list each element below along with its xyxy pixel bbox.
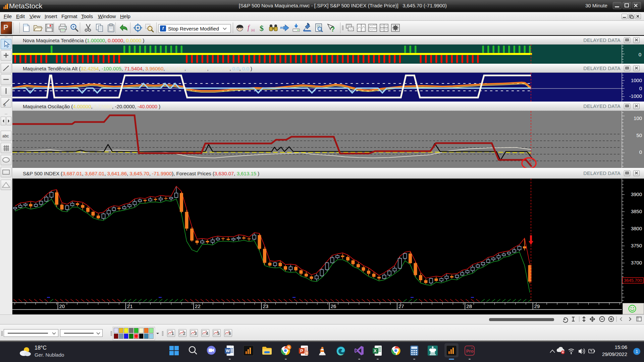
svg-text:22: 22 <box>195 303 201 309</box>
svg-text:f: f <box>248 24 250 32</box>
svg-text:50: 50 <box>636 132 642 138</box>
svg-text:abc: abc <box>2 134 9 138</box>
svg-text:28: 28 <box>466 303 472 309</box>
svg-text:27: 27 <box>398 303 404 309</box>
svg-text:6: 6 <box>229 331 231 336</box>
svg-text:29: 29 <box>534 303 540 309</box>
svg-text:5: 5 <box>217 331 220 336</box>
svg-text:Pro: Pro <box>466 349 474 354</box>
svg-text:3900: 3900 <box>631 191 642 197</box>
svg-text:26: 26 <box>331 303 336 309</box>
svg-text:21: 21 <box>127 303 133 309</box>
svg-text:20: 20 <box>59 303 65 309</box>
svg-text:3700: 3700 <box>631 260 642 265</box>
svg-text:3850: 3850 <box>631 208 642 214</box>
svg-text:(x): (x) <box>251 28 255 32</box>
svg-text:3750: 3750 <box>631 243 642 248</box>
svg-text:?: ? <box>331 25 335 33</box>
svg-text:$: $ <box>260 24 264 33</box>
svg-text:100: 100 <box>634 115 642 121</box>
svg-text:X: X <box>374 348 377 353</box>
svg-text:0: 0 <box>639 149 642 155</box>
svg-text:1000: 1000 <box>631 77 642 83</box>
svg-text:N: N <box>288 346 290 349</box>
svg-text:W: W <box>226 348 230 353</box>
svg-text:S: S <box>3 103 6 107</box>
svg-text:3800: 3800 <box>631 226 642 231</box>
svg-text:0: 0 <box>639 52 641 57</box>
svg-text:3: 3 <box>195 331 197 336</box>
svg-text:0: 0 <box>639 85 642 91</box>
svg-text:3645.700: 3645.700 <box>624 278 642 283</box>
svg-text:4: 4 <box>206 331 208 336</box>
svg-text:23: 23 <box>263 303 268 309</box>
svg-text:-1000: -1000 <box>629 93 642 99</box>
svg-text:1: 1 <box>172 331 174 336</box>
svg-text:2: 2 <box>183 331 185 336</box>
svg-text:P: P <box>300 348 303 353</box>
